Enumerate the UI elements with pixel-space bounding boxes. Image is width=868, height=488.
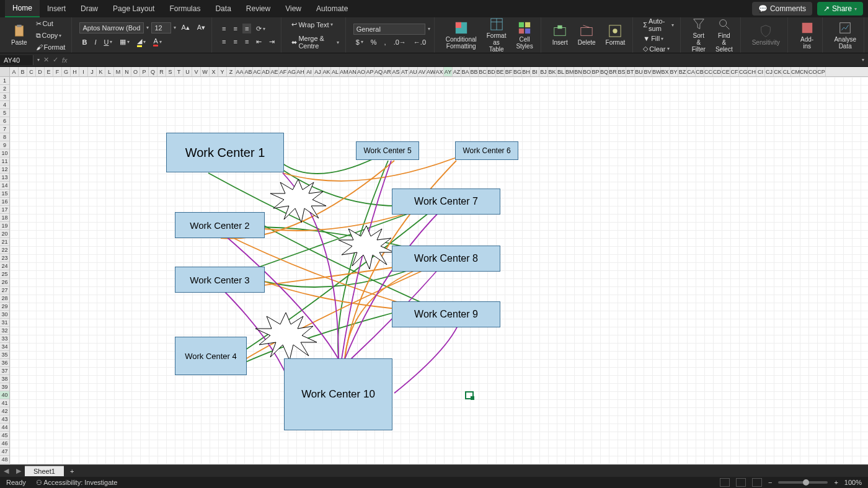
column-header[interactable]: CB (696, 67, 704, 76)
fx-label[interactable]: fx (62, 56, 68, 64)
wrap-text-button[interactable]: ↩Wrap Text▾ (289, 19, 341, 30)
row-header[interactable]: 14 (0, 182, 9, 190)
zoom-level[interactable]: 100% (844, 479, 862, 486)
explosion-shape-2[interactable] (332, 223, 401, 272)
zoom-out-button[interactable]: − (768, 479, 772, 486)
tab-home[interactable]: Home (5, 0, 40, 17)
row-header[interactable]: 38 (0, 375, 9, 383)
row-header[interactable]: 11 (0, 157, 9, 166)
column-header[interactable]: U (184, 67, 192, 76)
column-header[interactable]: BJ (539, 67, 548, 76)
column-header[interactable]: AC (253, 67, 262, 76)
column-header[interactable]: CE (722, 67, 730, 76)
column-header[interactable]: A (10, 67, 19, 76)
column-header[interactable]: BN (574, 67, 583, 76)
column-header[interactable]: AA (236, 67, 244, 76)
comma-format-button[interactable]: , (382, 37, 389, 47)
row-header[interactable]: 15 (0, 190, 9, 198)
work-center-box[interactable]: Work Center 1 (166, 133, 284, 172)
align-bottom-button[interactable]: ≡ (242, 24, 251, 33)
tab-page-layout[interactable]: Page Layout (105, 1, 162, 17)
column-header[interactable]: CJ (765, 67, 774, 76)
merge-centre-button[interactable]: ⬌Merge & Centre▾ (289, 33, 341, 51)
column-header[interactable]: CO (808, 67, 817, 76)
column-header[interactable]: L (105, 67, 114, 76)
column-header[interactable]: BL (557, 67, 565, 76)
fill-button[interactable]: ▼Fill▾ (640, 33, 676, 43)
row-header[interactable]: 16 (0, 198, 9, 206)
row-header[interactable]: 5 (0, 109, 9, 117)
autosum-button[interactable]: ΣAuto-sum▾ (640, 16, 676, 33)
row-header[interactable]: 47 (0, 448, 9, 456)
clear-button[interactable]: ◇Clear▾ (640, 43, 676, 54)
insert-cells-button[interactable]: Insert (549, 23, 572, 47)
column-header[interactable]: AS (392, 67, 401, 76)
column-header[interactable]: T (175, 67, 184, 76)
column-header[interactable]: D (36, 67, 45, 76)
column-header[interactable]: AG (288, 67, 296, 76)
row-header[interactable]: 29 (0, 303, 9, 311)
row-header[interactable]: 24 (0, 262, 9, 270)
column-header[interactable]: BB (470, 67, 479, 76)
page-break-view-button[interactable] (752, 478, 762, 487)
column-header[interactable]: AZ (453, 67, 461, 76)
row-header[interactable]: 1 (0, 77, 9, 85)
row-header[interactable]: 13 (0, 174, 9, 182)
row-header[interactable]: 28 (0, 295, 9, 303)
font-size-select[interactable] (151, 22, 171, 33)
column-header[interactable]: I (79, 67, 88, 76)
column-header[interactable]: BC (479, 67, 487, 76)
column-header[interactable]: BQ (600, 67, 609, 76)
column-header[interactable]: G (62, 67, 71, 76)
column-header[interactable]: CF (730, 67, 739, 76)
column-header[interactable]: AN (348, 67, 357, 76)
sort-filter-button[interactable]: Sort & Filter (688, 16, 709, 54)
column-header[interactable]: BS (618, 67, 626, 76)
column-header[interactable]: BA (461, 67, 470, 76)
grid-cells[interactable]: Work Center 1Work Center 2Work Center 3W… (10, 77, 868, 476)
column-header[interactable]: BE (496, 67, 505, 76)
normal-view-button[interactable] (720, 478, 730, 487)
addins-button[interactable]: Add-ins (795, 20, 819, 51)
row-header[interactable]: 42 (0, 407, 9, 415)
column-header[interactable]: BW (652, 67, 661, 76)
column-header[interactable]: AK (322, 67, 331, 76)
row-header[interactable]: 18 (0, 214, 9, 222)
row-header[interactable]: 45 (0, 432, 9, 440)
work-center-box[interactable]: Work Center 2 (175, 212, 265, 238)
decrease-indent-button[interactable]: ⇤ (254, 37, 264, 47)
decrease-decimal-button[interactable]: ←.0 (411, 37, 428, 47)
column-header[interactable]: O (131, 67, 140, 76)
column-header[interactable]: BU (635, 67, 644, 76)
row-header[interactable]: 46 (0, 440, 9, 448)
orientation-button[interactable]: ⟳▾ (254, 24, 268, 34)
tab-review[interactable]: Review (239, 1, 278, 17)
row-header[interactable]: 17 (0, 206, 9, 214)
column-header[interactable]: BR (609, 67, 618, 76)
column-header[interactable]: CD (713, 67, 722, 76)
column-header[interactable]: AO (357, 67, 366, 76)
column-header[interactable]: AR (383, 67, 392, 76)
add-sheet-button[interactable]: + (64, 468, 80, 475)
work-center-box[interactable]: Work Center 3 (175, 267, 265, 293)
column-header[interactable]: V (192, 67, 201, 76)
explosion-shape-3[interactable] (249, 309, 323, 362)
row-header[interactable]: 25 (0, 270, 9, 278)
column-header[interactable]: AL (331, 67, 340, 76)
column-header[interactable]: Y (218, 67, 227, 76)
column-header[interactable]: BK (548, 67, 557, 76)
column-header[interactable]: K (97, 67, 105, 76)
column-header[interactable]: BD (487, 67, 496, 76)
increase-indent-button[interactable]: ⇥ (267, 37, 277, 47)
italic-button[interactable]: I (92, 37, 99, 47)
prev-sheet-button[interactable]: ◀ (0, 467, 12, 475)
tab-data[interactable]: Data (208, 1, 238, 17)
column-header[interactable]: Z (227, 67, 236, 76)
align-center-button[interactable]: ≡ (231, 37, 240, 47)
column-header[interactable]: X (210, 67, 218, 76)
row-header[interactable]: 21 (0, 238, 9, 246)
column-header[interactable]: S (166, 67, 175, 76)
row-header[interactable]: 37 (0, 367, 9, 375)
column-header[interactable]: CI (756, 67, 765, 76)
row-header[interactable]: 8 (0, 133, 9, 141)
